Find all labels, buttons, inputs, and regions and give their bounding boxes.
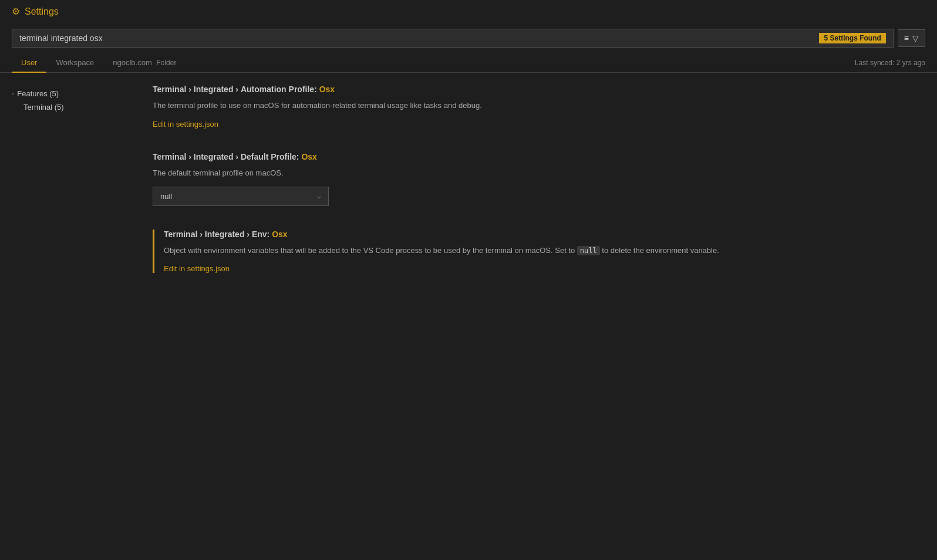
tabs-row: User Workspace ngoclb.com Folder Last sy… [0,53,937,73]
setting-title-prefix: Terminal › Integrated › Automation Profi… [153,85,319,94]
settings-icon: ⚙ [12,6,20,17]
content-area: Terminal › Integrated › Automation Profi… [141,85,925,296]
setting-title-automation: Terminal › Integrated › Automation Profi… [153,85,914,94]
tab-workspace[interactable]: Workspace [46,53,103,73]
tab-user[interactable]: User [12,53,46,73]
list-filter-icon[interactable]: ≡ [904,33,909,43]
funnel-icon[interactable]: ▽ [912,33,919,43]
tab-folder-suffix: Folder [156,59,176,67]
setting-title-env: Terminal › Integrated › Env: Osx [164,230,914,239]
sidebar: › Features (5) Terminal (5) [12,85,141,296]
setting-title-prefix-env: Terminal › Integrated › Env: [164,230,272,239]
setting-title-prefix-default: Terminal › Integrated › Default Profile: [153,152,301,161]
setting-title-default-profile: Terminal › Integrated › Default Profile:… [153,152,914,161]
setting-title-highlight: Osx [319,85,335,94]
setting-description-default-profile: The default terminal profile on macOS. [153,167,914,180]
setting-description-env: Object with environment variables that w… [164,245,914,257]
dropdown-container-default-profile: null ⌵ [153,187,914,206]
search-bar-container: 5 Settings Found ≡ ▽ [0,23,937,53]
setting-title-highlight-default: Osx [301,152,316,161]
setting-description-automation: The terminal profile to use on macOS for… [153,100,914,112]
tab-folder-name: ngoclb.com [113,58,151,67]
sidebar-section-features: › Features (5) Terminal (5) [12,87,141,114]
sidebar-item-terminal[interactable]: Terminal (5) [12,100,141,114]
tab-folder[interactable]: ngoclb.com Folder [103,53,186,73]
setting-env-osx: Terminal › Integrated › Env: Osx Object … [153,230,914,274]
search-filter-icons[interactable]: ≡ ▽ [898,29,925,47]
last-synced: Last synced: 2 yrs ago [855,59,925,67]
setting-default-profile-osx: Terminal › Integrated › Default Profile:… [153,152,914,206]
null-code: null [577,246,600,255]
edit-in-settings-json-automation[interactable]: Edit in settings.json [153,120,218,129]
dropdown-value: null [160,192,172,201]
sidebar-section-features-label: Features (5) [17,89,59,98]
setting-automation-profile-osx: Terminal › Integrated › Automation Profi… [153,85,914,129]
tabs-left: User Workspace ngoclb.com Folder [12,53,186,72]
setting-title-highlight-env: Osx [272,230,287,239]
dropdown-default-profile[interactable]: null ⌵ [153,187,329,206]
search-bar: 5 Settings Found [12,29,894,48]
search-input[interactable] [19,33,819,43]
search-results-badge: 5 Settings Found [819,33,885,43]
sidebar-section-features-header[interactable]: › Features (5) [12,87,141,100]
edit-in-settings-json-env[interactable]: Edit in settings.json [164,264,230,273]
settings-header: ⚙ Settings [0,0,937,23]
dropdown-arrow-icon: ⌵ [317,192,321,200]
main-layout: › Features (5) Terminal (5) Terminal › I… [0,73,937,308]
chevron-down-icon: › [12,90,14,97]
page-title: Settings [25,6,59,17]
